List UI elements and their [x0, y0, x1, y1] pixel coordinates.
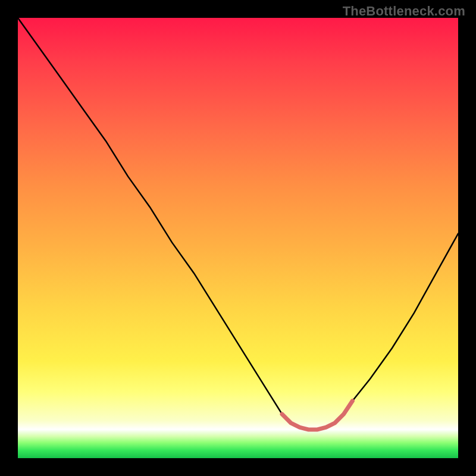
plot-area — [18, 18, 458, 458]
chart-frame: TheBottleneck.com — [0, 0, 476, 476]
bottleneck-curve — [18, 18, 458, 430]
curve-layer — [18, 18, 458, 458]
flat-highlight — [282, 401, 352, 430]
watermark-text: TheBottleneck.com — [343, 4, 465, 19]
